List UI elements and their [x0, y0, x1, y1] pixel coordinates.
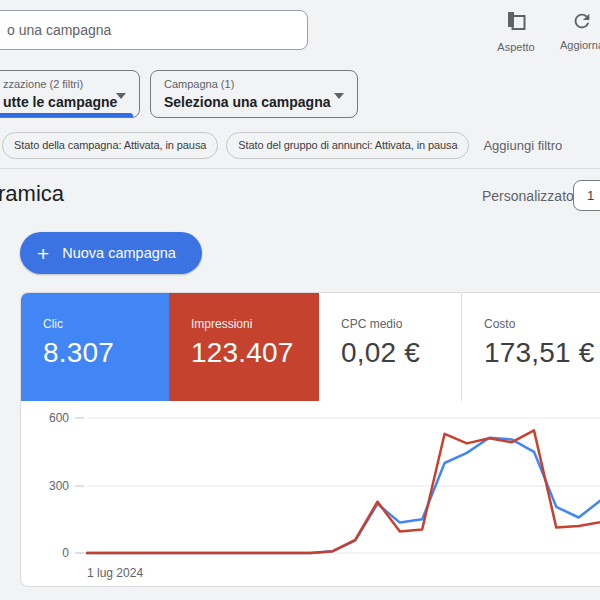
metric-value: 123.407	[191, 337, 319, 369]
page-title: ramica	[0, 181, 64, 207]
aggiorna-label: Aggiorna	[560, 39, 600, 51]
adgroup-status-chip[interactable]: Stato del gruppo di annunci: Attivata, i…	[226, 132, 469, 159]
plus-icon: +	[37, 243, 49, 264]
campaign-filter-label: Campagna (1)	[164, 78, 234, 90]
metric-card-costo[interactable]: Costo 173,51 €	[461, 293, 600, 401]
chevron-down-icon	[334, 93, 344, 99]
refresh-icon	[571, 10, 593, 36]
metric-card-impressioni[interactable]: Impressioni 123.407	[169, 293, 319, 401]
columns-chart-icon	[504, 10, 528, 38]
section-divider	[0, 168, 600, 169]
aggiorna-button[interactable]: Aggiorna	[552, 10, 600, 51]
metric-tabs-row: Clic 8.307 Impressioni 123.407 CPC medio…	[21, 293, 600, 401]
overview-chart: 600 300 0 1 lug 2024	[21, 401, 600, 587]
overview-card: Clic 8.307 Impressioni 123.407 CPC medio…	[20, 292, 600, 587]
view-filter-value: utte le campagne	[3, 94, 117, 110]
add-filter-button[interactable]: Aggiungi filtro	[483, 138, 562, 153]
metric-value: 173,51 €	[484, 337, 600, 369]
aspetto-label: Aspetto	[497, 41, 534, 53]
y-axis-tick-0: 0	[62, 546, 69, 560]
x-axis-tick-first: 1 lug 2024	[87, 566, 143, 580]
new-campaign-button[interactable]: + Nuova campagna	[20, 232, 202, 274]
campaign-status-chip[interactable]: Stato della campagna: Attivata, in pausa	[2, 132, 218, 159]
overview-chart-area: 600 300 0 1 lug 2024	[21, 401, 600, 587]
active-underline	[0, 113, 133, 117]
view-filter-label: zzazione (2 filtri)	[3, 78, 83, 90]
metric-label: Costo	[484, 317, 600, 331]
chart-line-clic	[87, 438, 600, 553]
date-range-type-label[interactable]: Personalizzato	[482, 188, 574, 204]
date-range-selector[interactable]: 1	[573, 180, 600, 211]
view-filter-dropdown[interactable]: zzazione (2 filtri) utte le campagne	[0, 70, 140, 118]
metric-value: 8.307	[43, 337, 169, 369]
aspetto-button[interactable]: Aspetto	[486, 10, 546, 53]
chevron-down-icon	[116, 93, 126, 99]
y-axis-tick-300: 300	[49, 479, 69, 493]
metric-card-clic[interactable]: Clic 8.307	[21, 293, 169, 401]
metric-card-cpc-medio[interactable]: CPC medio 0,02 €	[319, 293, 461, 401]
chart-line-impressioni	[87, 430, 600, 553]
metric-value: 0,02 €	[341, 337, 461, 369]
y-axis-tick-600: 600	[49, 411, 69, 425]
search-input[interactable]	[0, 10, 308, 50]
filter-chips-row: Stato della campagna: Attivata, in pausa…	[2, 132, 562, 159]
metric-label: Clic	[43, 317, 169, 331]
campaign-filter-dropdown[interactable]: Campagna (1) Seleziona una campagna	[150, 70, 358, 118]
metric-label: CPC medio	[341, 317, 461, 331]
metric-label: Impressioni	[191, 317, 319, 331]
new-campaign-label: Nuova campagna	[62, 245, 176, 261]
campaign-filter-value: Seleziona una campagna	[164, 94, 331, 110]
